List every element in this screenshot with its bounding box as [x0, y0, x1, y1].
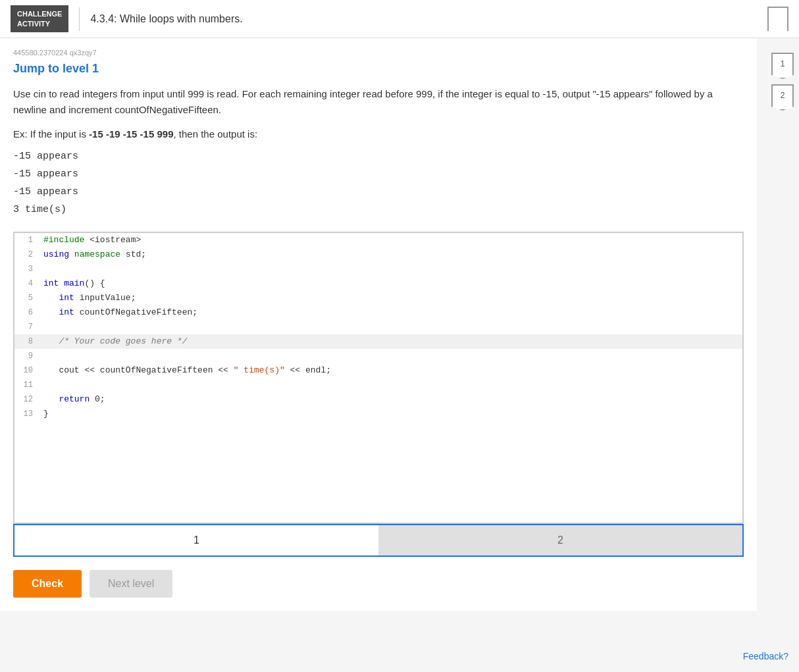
code-line-20	[14, 508, 742, 523]
level-badge-1[interactable]: 1	[771, 53, 794, 79]
description: Use cin to read integers from input unti…	[13, 86, 737, 118]
code-editor[interactable]: 1 #include <iostream> 2 using namespace …	[13, 232, 744, 524]
code-line-1: 1 #include <iostream>	[14, 233, 742, 247]
code-line-9: 9	[14, 349, 742, 363]
code-line-11: 11	[14, 378, 742, 392]
next-level-button: Next level	[90, 570, 172, 598]
output-line-4: 3 time(s)	[13, 201, 744, 219]
code-line-6: 6 int countOfNegativeFifteen;	[14, 305, 742, 320]
header-divider	[79, 7, 80, 31]
code-line-2: 2 using namespace std;	[14, 247, 742, 262]
main-content: 445580.2370224 qx3zqy7 Jump to level 1 U…	[0, 38, 757, 611]
output-block: -15 appears -15 appears -15 appears 3 ti…	[13, 147, 744, 219]
jump-to-level-link[interactable]: Jump to level 1	[13, 62, 99, 76]
code-line-14	[14, 421, 742, 436]
example-intro-text: Ex: If the input is	[13, 128, 89, 140]
code-line-10: 10 cout << countOfNegativeFifteen << " t…	[14, 363, 742, 378]
test-tabs: 1 2	[13, 524, 744, 557]
level-badge-2[interactable]: 2	[771, 84, 794, 111]
code-line-16	[14, 450, 742, 465]
challenge-activity-badge: CHALLENGE ACTIVITY	[11, 5, 68, 32]
tab-1[interactable]: 1	[13, 524, 380, 557]
header: CHALLENGE ACTIVITY 4.3.4: While loops wi…	[0, 0, 799, 38]
output-line-1: -15 appears	[13, 147, 744, 165]
session-id: 445580.2370224 qx3zqy7	[13, 49, 744, 57]
code-line-13: 13 }	[14, 407, 742, 421]
bookmark-icon[interactable]	[767, 7, 788, 32]
output-line-3: -15 appears	[13, 183, 744, 201]
code-line-19	[14, 494, 742, 508]
code-line-8: 8 /* Your code goes here */	[14, 334, 742, 349]
output-line-2: -15 appears	[13, 165, 744, 183]
code-line-18	[14, 479, 742, 494]
feedback-link[interactable]: Feedback?	[743, 651, 788, 661]
code-line-15	[14, 436, 742, 450]
example-label: Ex: If the input is -15 -19 -15 -15 999,…	[13, 128, 744, 140]
code-line-5: 5 int inputValue;	[14, 291, 742, 305]
code-line-4: 4 int main() {	[14, 276, 742, 291]
code-line-3: 3	[14, 262, 742, 276]
example-input-text: -15 -19 -15 -15 999	[89, 128, 173, 140]
level-sidebar: 1 2	[766, 53, 799, 111]
code-editor-inner: 1 #include <iostream> 2 using namespace …	[14, 232, 743, 523]
example-middle-text: , then the output is:	[173, 128, 257, 140]
code-line-12: 12 return 0;	[14, 392, 742, 407]
code-line-7: 7	[14, 320, 742, 334]
check-button[interactable]: Check	[13, 570, 82, 598]
bottom-buttons: Check Next level	[13, 570, 744, 598]
header-title: 4.3.4: While loops with numbers.	[90, 13, 767, 25]
code-line-17	[14, 465, 742, 479]
tab-2[interactable]: 2	[378, 525, 742, 556]
